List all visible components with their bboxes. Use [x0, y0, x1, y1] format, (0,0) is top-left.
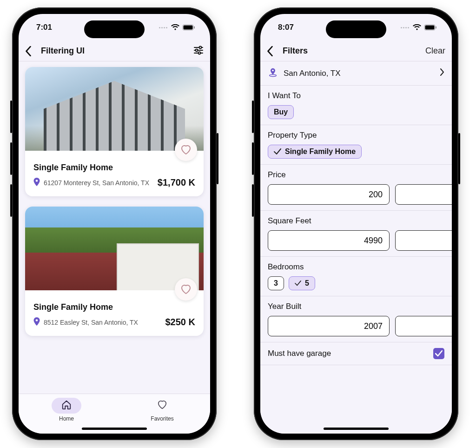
section-label: Property Type	[268, 131, 444, 140]
favorite-button[interactable]	[175, 278, 197, 301]
chip-label: Single Family Home	[285, 147, 356, 156]
listing-price: $1,700 K	[158, 177, 195, 188]
home-indicator[interactable]	[82, 428, 147, 430]
property-type-section: Property Type Single Family Home	[260, 125, 452, 165]
chip-bedrooms-3[interactable]: 3	[268, 276, 284, 290]
svg-rect-2	[194, 27, 195, 29]
year-min-input[interactable]	[268, 316, 390, 336]
wifi-icon	[413, 24, 421, 31]
filter-settings-button[interactable]	[193, 46, 204, 57]
sqft-min-input[interactable]	[268, 230, 390, 251]
svg-point-7	[196, 49, 198, 51]
svg-rect-13	[436, 27, 436, 29]
price-max-input[interactable]	[395, 184, 452, 205]
price-section: Price	[260, 165, 452, 211]
status-time: 7:01	[36, 23, 52, 32]
battery-icon	[424, 24, 437, 31]
listing-title: Single Family Home	[33, 302, 195, 312]
section-label: Price	[268, 170, 444, 180]
back-button[interactable]	[267, 46, 280, 56]
chip-property-type[interactable]: Single Family Home	[268, 145, 362, 159]
status-time: 8:07	[278, 23, 294, 32]
listing-price: $250 K	[165, 317, 196, 328]
year-section: Year Built	[260, 296, 452, 342]
favorite-button[interactable]	[175, 139, 197, 161]
listing-title: Single Family Home	[33, 163, 195, 173]
svg-rect-12	[425, 26, 435, 30]
home-icon	[61, 400, 72, 411]
tab-home[interactable]: Home	[19, 394, 114, 425]
bedrooms-section: Bedrooms 3 5	[260, 257, 452, 296]
listing-image	[25, 207, 204, 290]
svg-point-15	[272, 70, 274, 72]
tab-label: Home	[59, 415, 74, 422]
garage-row[interactable]: Must have garage	[260, 342, 452, 365]
section-label: Year Built	[268, 302, 444, 311]
cellular-dots-icon	[401, 27, 409, 28]
section-label: I Want To	[268, 91, 444, 100]
location-row[interactable]: San Antonio, TX	[260, 61, 452, 86]
listing-card[interactable]: Single Family Home 61207 Monterey St, Sa…	[25, 67, 204, 196]
svg-point-9	[36, 180, 38, 182]
listing-address: 8512 Easley St, San Antonio, TX	[44, 319, 138, 326]
dynamic-island	[84, 20, 145, 38]
tab-label: Favorites	[151, 415, 173, 422]
clear-button[interactable]: Clear	[425, 46, 445, 56]
chip-buy[interactable]: Buy	[268, 105, 294, 119]
wifi-icon	[171, 24, 179, 31]
sqft-max-input[interactable]	[395, 230, 452, 251]
svg-rect-1	[184, 26, 193, 30]
phone-frame-listings: 7:01 Filtering UI	[12, 7, 217, 440]
year-max-input[interactable]	[395, 316, 452, 336]
want-to-section: I Want To Buy	[260, 86, 452, 125]
listing-card[interactable]: Single Family Home 8512 Easley St, San A…	[25, 207, 204, 336]
listing-address: 61207 Monterey St, San Antonio, TX	[44, 179, 149, 187]
svg-point-10	[36, 319, 38, 321]
chip-label: 5	[305, 279, 309, 288]
check-icon	[435, 350, 443, 357]
back-button[interactable]	[25, 46, 38, 56]
section-label: Bedrooms	[268, 262, 444, 272]
navbar: Filters Clear	[260, 41, 452, 61]
location-pin-icon	[33, 317, 40, 327]
navbar: Filtering UI	[19, 41, 210, 61]
dynamic-island	[326, 20, 386, 38]
phone-frame-filters: 8:07 Filters Clear	[254, 7, 458, 440]
check-icon	[295, 281, 301, 286]
page-title: Filters	[283, 46, 308, 56]
price-min-input[interactable]	[268, 184, 390, 205]
svg-point-6	[199, 46, 202, 48]
svg-point-8	[198, 52, 201, 54]
cellular-dots-icon	[159, 27, 167, 28]
listing-image	[25, 67, 204, 151]
home-indicator[interactable]	[324, 428, 389, 430]
garage-label: Must have garage	[268, 349, 331, 358]
section-label: Square Feet	[268, 216, 444, 226]
sqft-section: Square Feet	[260, 211, 452, 257]
chevron-right-icon	[440, 68, 444, 78]
heart-icon	[157, 400, 167, 411]
chip-bedrooms-5[interactable]: 5	[289, 276, 315, 290]
garage-checkbox[interactable]	[433, 348, 444, 359]
map-pin-icon	[268, 67, 278, 80]
tab-favorites[interactable]: Favorites	[114, 394, 210, 425]
battery-icon	[182, 24, 195, 31]
page-title: Filtering UI	[41, 46, 85, 56]
check-icon	[274, 148, 281, 155]
svg-point-14	[270, 74, 277, 76]
location-pin-icon	[33, 178, 40, 187]
location-value: San Antonio, TX	[284, 69, 341, 78]
